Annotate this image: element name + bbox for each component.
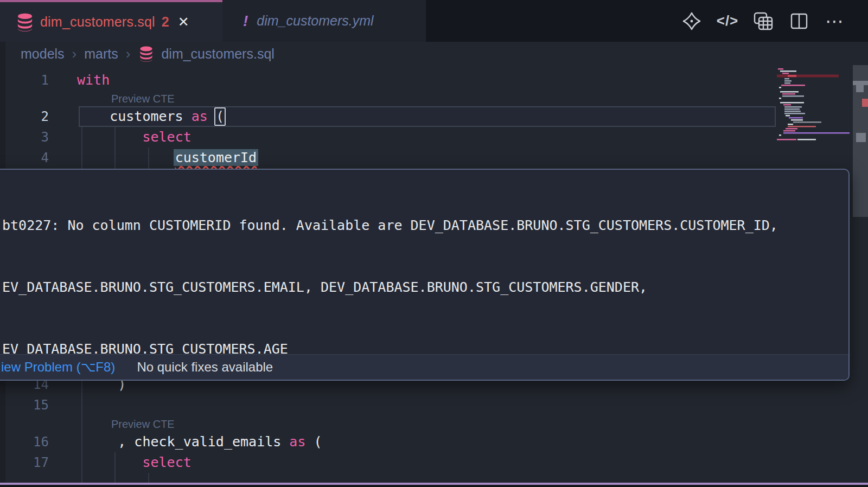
codelens-preview-cte[interactable]: Preview CTE — [111, 416, 437, 432]
indent-guide — [148, 148, 149, 169]
view-problem-link[interactable]: iew Problem (⌥F8) — [1, 360, 115, 375]
error-word-customerid[interactable]: customerId — [174, 149, 259, 166]
code-line-17: 17 select — [0, 452, 868, 473]
line-number: 4 — [0, 148, 49, 168]
chevron-right-icon: › — [72, 46, 77, 62]
editor-scrollbar[interactable] — [852, 42, 868, 483]
sql-indent — [77, 454, 142, 470]
query-results-icon[interactable] — [752, 10, 775, 33]
split-editor-icon[interactable] — [788, 10, 810, 33]
tab-dim-customers-sql[interactable]: dim_customers.sql 2 ✕ — [0, 0, 222, 42]
minimap[interactable] — [777, 67, 852, 146]
indent-guide — [114, 127, 116, 169]
code-line-2: 2 customers as ( — [0, 106, 868, 127]
tab-bar: dim_customers.sql 2 ✕ ! dim_customers.ym… — [0, 0, 868, 42]
database-icon — [139, 46, 154, 62]
dbt-power-user-icon[interactable] — [680, 10, 703, 33]
sql-indent — [77, 150, 175, 165]
breadcrumb-marts[interactable]: marts — [84, 46, 118, 62]
sql-keyword: select — [142, 454, 191, 470]
close-tab-icon[interactable]: ✕ — [178, 15, 189, 29]
code-line-4: 4 customerId — [0, 148, 868, 168]
code-line-15: 15 — [0, 395, 868, 415]
code-line-16: 16 , check_valid_emails as ( — [0, 432, 868, 452]
line-number: 16 — [0, 432, 49, 452]
breadcrumb: models › marts › dim_customers.sql — [21, 42, 275, 66]
sql-keyword: as — [192, 108, 208, 124]
sql-indent — [77, 129, 142, 145]
code-line-1: 1 with — [0, 70, 868, 91]
sql-text: customers — [77, 108, 192, 124]
compile-sql-icon[interactable]: </> — [716, 10, 739, 33]
sql-keyword: with — [77, 72, 110, 88]
sql-text: ( — [305, 434, 322, 450]
indent-guide — [81, 381, 82, 483]
warning-icon: ! — [243, 12, 248, 30]
indent-guide — [148, 473, 149, 483]
line-number: 3 — [0, 127, 49, 148]
problem-count-badge: 2 — [162, 14, 169, 30]
chevron-right-icon: › — [126, 46, 131, 62]
breadcrumb-models[interactable]: models — [21, 46, 65, 62]
editor-action-bar: </> ⋯ — [680, 0, 846, 42]
code-line-3: 3 select — [0, 127, 868, 148]
tab-title: dim_customers.sql — [40, 14, 155, 30]
scroll-decoration — [856, 85, 864, 92]
line-number: 2 — [0, 106, 49, 127]
quick-fix-hint: No quick fixes available — [137, 360, 273, 375]
sql-text: , check_valid_emails — [77, 434, 289, 450]
error-line: EV_DATABASE.BRUNO.STG_CUSTOMERS.EMAIL, D… — [2, 277, 843, 298]
line-number: 17 — [0, 452, 49, 473]
popup-status-bar: iew Problem (⌥F8) No quick fixes availab… — [0, 354, 848, 380]
error-message-1: bt0227: No column CUSTOMERID found. Avai… — [0, 170, 848, 381]
editor-window: dim_customers.sql 2 ✕ ! dim_customers.ym… — [0, 0, 868, 487]
indent-guide — [81, 127, 82, 169]
tab-title: dim_customers.yml — [257, 13, 373, 29]
more-actions-icon[interactable]: ⋯ — [824, 10, 846, 33]
codelens-preview-cte[interactable]: Preview CTE — [111, 91, 437, 106]
scroll-decoration — [853, 81, 868, 85]
breadcrumb-file[interactable]: dim_customers.sql — [161, 46, 274, 62]
line-number: 1 — [0, 70, 49, 91]
error-line: bt0227: No column CUSTOMERID found. Avai… — [2, 215, 843, 236]
sql-keyword: as — [289, 434, 305, 450]
scroll-error-mark — [862, 99, 868, 107]
indent-guide — [114, 452, 116, 483]
sql-keyword: select — [142, 129, 191, 145]
error-hover-popup: bt0227: No column CUSTOMERID found. Avai… — [0, 169, 850, 381]
database-icon — [16, 13, 34, 31]
panel-edge — [0, 485, 868, 487]
text-cursor: ( — [214, 107, 226, 126]
line-number: 15 — [0, 395, 49, 415]
scroll-decoration — [856, 133, 866, 142]
tab-dim-customers-yml[interactable]: ! dim_customers.yml — [222, 0, 426, 42]
